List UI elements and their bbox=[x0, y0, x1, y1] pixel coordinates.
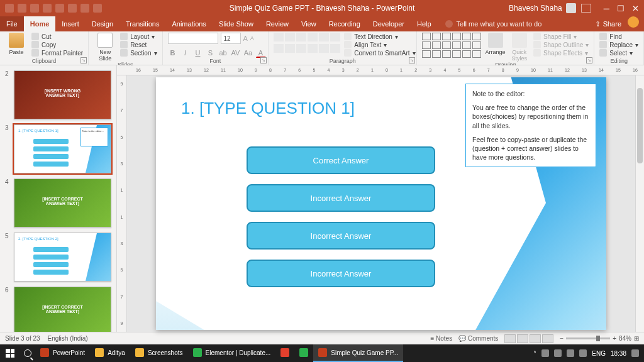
share-button[interactable]: ⇪ Share bbox=[595, 16, 628, 31]
shape-outline-button[interactable]: Shape Outline ▾ bbox=[533, 41, 589, 48]
zoom-level[interactable]: 84% bbox=[619, 335, 631, 342]
shape-icon[interactable] bbox=[472, 50, 481, 58]
shape-icon[interactable] bbox=[422, 41, 431, 49]
ltr-button[interactable] bbox=[330, 44, 340, 53]
drawing-dialog-launcher[interactable]: ↘ bbox=[586, 57, 592, 63]
qat-icon[interactable] bbox=[43, 4, 52, 13]
underline-button[interactable]: U bbox=[193, 48, 203, 58]
slide-thumbnail[interactable]: [INSERT WRONG ANSWER TEXT] bbox=[14, 70, 111, 119]
taskbar-app-button[interactable] bbox=[275, 344, 294, 362]
close-button[interactable]: ✕ bbox=[632, 4, 639, 13]
taskbar-app-button[interactable]: Simple Quiz Game PP... bbox=[313, 344, 403, 362]
font-color-button[interactable]: A bbox=[256, 48, 266, 58]
start-button[interactable] bbox=[0, 344, 20, 362]
shape-effects-button[interactable]: Shape Effects ▾ bbox=[533, 49, 589, 57]
shape-icon[interactable] bbox=[422, 50, 431, 58]
minimize-button[interactable]: ─ bbox=[604, 4, 609, 13]
font-size-input[interactable] bbox=[221, 33, 241, 44]
decrease-font-icon[interactable]: A bbox=[250, 35, 254, 41]
shape-icon[interactable] bbox=[442, 50, 451, 58]
redo-icon[interactable] bbox=[30, 4, 39, 13]
shape-icon[interactable] bbox=[432, 41, 441, 49]
thumb-row[interactable]: 31. [TYPE QUESTION 1]Note to the editor.… bbox=[0, 122, 116, 176]
notes-button[interactable]: ≡ Notes bbox=[430, 335, 452, 342]
slide-thumbnail[interactable]: [INSERT CORRECT ANSWER TEXT] bbox=[14, 178, 111, 228]
align-text-button[interactable]: Align Text ▾ bbox=[344, 41, 415, 48]
slide-thumbnail[interactable]: [INSERT CORRECT ANSWER TEXT] bbox=[14, 287, 111, 332]
qat-icon[interactable] bbox=[68, 4, 77, 13]
align-left-button[interactable] bbox=[274, 44, 284, 53]
thumb-row[interactable]: 4[INSERT CORRECT ANSWER TEXT] bbox=[0, 176, 116, 230]
language-indicator[interactable]: English (India) bbox=[48, 335, 88, 342]
answer-choice[interactable]: Correct Answer bbox=[247, 146, 435, 174]
bold-button[interactable]: B bbox=[168, 48, 178, 58]
align-right-button[interactable] bbox=[296, 44, 306, 53]
clock[interactable]: 18:38 bbox=[611, 350, 626, 357]
qat-icon[interactable] bbox=[93, 4, 102, 13]
columns-button[interactable] bbox=[330, 33, 340, 41]
answer-choice[interactable]: Incorrect Answer bbox=[247, 260, 435, 287]
input-language[interactable]: ENG bbox=[592, 350, 606, 357]
new-slide-button[interactable]: New Slide bbox=[94, 33, 116, 62]
thumb-row[interactable]: 52. [TYPE QUESTION 2] bbox=[0, 230, 116, 284]
shapes-gallery[interactable] bbox=[422, 33, 481, 58]
battery-icon[interactable] bbox=[579, 349, 587, 357]
tab-view[interactable]: View bbox=[295, 16, 323, 31]
font-dialog-launcher[interactable]: ↘ bbox=[260, 57, 267, 63]
qat-icon[interactable] bbox=[55, 4, 64, 13]
layout-button[interactable]: Layout ▾ bbox=[120, 33, 157, 40]
tab-slideshow[interactable]: Slide Show bbox=[213, 16, 260, 31]
tab-home[interactable]: Home bbox=[24, 16, 56, 31]
zoom-out-button[interactable]: − bbox=[560, 335, 564, 342]
reset-button[interactable]: Reset bbox=[120, 41, 157, 48]
slide-canvas[interactable]: 1. [TYPE QUESTION 1] Correct AnswerIncor… bbox=[127, 75, 635, 332]
slide-thumbnail[interactable]: 2. [TYPE QUESTION 2] bbox=[14, 233, 111, 282]
increase-indent-button[interactable] bbox=[308, 33, 318, 41]
taskbar-search-button[interactable] bbox=[20, 344, 35, 362]
slide[interactable]: 1. [TYPE QUESTION 1] Correct AnswerIncor… bbox=[156, 77, 606, 330]
slideshow-view-button[interactable] bbox=[542, 334, 553, 343]
font-family-input[interactable] bbox=[168, 33, 218, 44]
maximize-button[interactable]: ☐ bbox=[617, 4, 625, 13]
copy-button[interactable]: Copy bbox=[31, 41, 83, 48]
shape-icon[interactable] bbox=[452, 50, 461, 58]
answer-choice[interactable]: Incorrect Answer bbox=[247, 222, 435, 250]
undo-icon[interactable] bbox=[18, 4, 26, 13]
shape-icon[interactable] bbox=[432, 50, 441, 58]
columns-button[interactable] bbox=[319, 44, 329, 53]
thumb-row[interactable]: 6[INSERT CORRECT ANSWER TEXT] bbox=[0, 284, 116, 332]
thumb-row[interactable]: 2[INSERT WRONG ANSWER TEXT] bbox=[0, 68, 116, 122]
justify-button[interactable] bbox=[308, 44, 318, 53]
qat-icon[interactable] bbox=[80, 4, 89, 13]
taskbar-app-button[interactable]: Screenshots bbox=[130, 344, 188, 362]
tray-chevron-icon[interactable]: ˄ bbox=[533, 350, 536, 357]
shape-icon[interactable] bbox=[462, 41, 471, 49]
spacing-button[interactable]: AV bbox=[231, 48, 241, 58]
taskbar-app-button[interactable]: Aditya bbox=[90, 344, 130, 362]
select-button[interactable]: Select ▾ bbox=[599, 49, 638, 57]
quick-styles-button[interactable]: Quick Styles bbox=[509, 33, 530, 62]
fit-to-window-button[interactable]: ⊞ bbox=[634, 335, 639, 342]
comments-button[interactable]: 💬 Comments bbox=[458, 335, 498, 342]
feedback-smiley-icon[interactable] bbox=[628, 16, 639, 28]
reading-view-button[interactable] bbox=[530, 334, 541, 343]
scrollbar-thumb[interactable] bbox=[637, 88, 643, 163]
shape-icon[interactable] bbox=[442, 41, 451, 49]
volume-icon[interactable] bbox=[567, 349, 574, 357]
section-button[interactable]: Section ▾ bbox=[120, 49, 157, 57]
strikethrough-button[interactable]: S bbox=[206, 48, 216, 58]
vertical-scrollbar[interactable] bbox=[635, 75, 644, 332]
bullets-button[interactable] bbox=[274, 33, 284, 41]
find-button[interactable]: Find bbox=[599, 33, 638, 40]
tab-animations[interactable]: Animations bbox=[165, 16, 212, 31]
tab-recording[interactable]: Recording bbox=[323, 16, 367, 31]
tray-icon[interactable] bbox=[541, 349, 549, 357]
align-center-button[interactable] bbox=[285, 44, 295, 53]
slide-thumbnails-panel[interactable]: 2[INSERT WRONG ANSWER TEXT]31. [TYPE QUE… bbox=[0, 65, 117, 332]
text-direction-button[interactable]: Text Direction ▾ bbox=[344, 33, 415, 40]
notifications-icon[interactable] bbox=[631, 349, 639, 357]
paste-button[interactable]: Paste bbox=[5, 33, 28, 55]
shape-icon[interactable] bbox=[442, 33, 451, 40]
shadow-button[interactable]: ab bbox=[218, 48, 228, 58]
replace-button[interactable]: Replace ▾ bbox=[599, 41, 638, 48]
